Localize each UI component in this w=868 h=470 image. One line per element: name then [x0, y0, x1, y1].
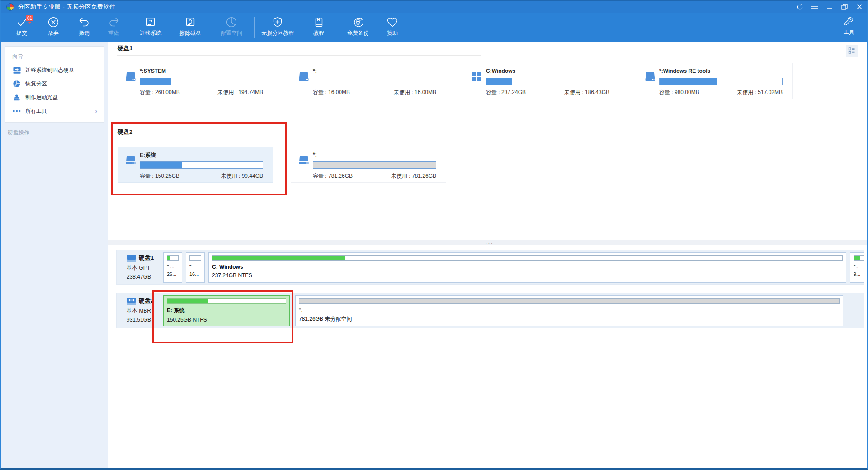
usage-bar: [486, 78, 609, 85]
app-logo-icon: [6, 3, 14, 11]
title-bar: 分区助手专业版 - 无损分区免费软件: [1, 1, 867, 13]
usage-bar: [313, 78, 436, 85]
map-block-unallocated[interactable]: *: 781.26GB 未分配空间: [295, 295, 843, 326]
list-view-icon: [848, 47, 855, 54]
app-window: 分区助手专业版 - 无损分区免费软件 提交 01: [0, 0, 868, 470]
sidebar-item-bootable-media[interactable]: 制作启动光盘: [5, 90, 104, 104]
partition-card-e-system[interactable]: E:系统 容量 : 150.25GB未使用 : 99.44GB: [118, 147, 273, 183]
wipe-disk-icon: [184, 15, 197, 29]
refresh-icon[interactable]: [795, 2, 805, 11]
unused-text: 未使用 : 781.26GB: [391, 172, 436, 180]
window-title: 分区助手专业版 - 无损分区免费软件: [18, 3, 116, 11]
partition-card-unallocated[interactable]: *: 容量 : 781.26GB未使用 : 781.26GB: [291, 147, 446, 183]
section-divider: [117, 55, 481, 56]
map-block-system[interactable]: *:... 26...: [163, 252, 182, 283]
windows-icon: [471, 71, 483, 82]
book-icon: [312, 15, 326, 29]
wrench-icon: [843, 15, 855, 28]
heart-icon: [386, 15, 399, 29]
disk2-cards-row: E:系统 容量 : 150.25GB未使用 : 99.44GB *: 容量 : …: [118, 147, 446, 183]
disk-size: 238.47GB: [127, 274, 154, 280]
disk-kind: 基本 MBR: [127, 307, 154, 315]
shield-plus-icon: [271, 15, 284, 29]
map-block-e-system[interactable]: E: 系统 150.25GB NTFS: [163, 295, 290, 326]
maximize-icon[interactable]: [840, 2, 849, 11]
disk2-section-title: 硬盘2: [118, 128, 132, 136]
bootable-media-icon: [12, 93, 21, 102]
disk1-section-title: 硬盘1: [118, 44, 132, 52]
unused-text: 未使用 : 186.43GB: [564, 89, 609, 96]
allocate-space-icon: [225, 15, 238, 29]
usage-bar: [140, 161, 263, 169]
drive-icon: [298, 71, 310, 82]
redo-button[interactable]: 重做: [94, 14, 134, 41]
disk-map-row-disk2: 硬盘2 基本 MBR 931.51GB E: 系统 150.25GB NTFS …: [116, 293, 864, 328]
partition-card-system[interactable]: *:SYSTEM 容量 : 260.00MB未使用 : 194.74MB: [118, 63, 273, 99]
wizard-panel: 向导 迁移系统到固态硬盘 恢复分区 制作启动光盘: [5, 46, 104, 123]
disk-kind: 基本 GPT: [127, 264, 154, 272]
usage-bar: [140, 78, 263, 85]
sidebar-item-recover-partition[interactable]: 恢复分区: [5, 77, 104, 90]
discard-icon: [47, 15, 60, 29]
unused-text: 未使用 : 16.00MB: [394, 89, 436, 96]
pending-ops-badge: 01: [26, 15, 33, 21]
close-icon[interactable]: [854, 2, 864, 11]
drive-icon: [298, 155, 310, 166]
unused-text: 未使用 : 99.44GB: [221, 172, 263, 180]
all-tools-icon: [12, 106, 21, 115]
disk1-map-label: 硬盘1 基本 GPT 238.47GB: [127, 254, 154, 280]
backup-icon: [351, 15, 365, 29]
drive-icon: [125, 155, 137, 166]
unused-text: 未使用 : 194.74MB: [217, 89, 263, 96]
disk-operations-header: 硬盘操作: [1, 123, 108, 137]
drive-icon: [125, 71, 137, 82]
partition-card-re-tools[interactable]: *:Windows RE tools 容量 : 980.00MB未使用 : 51…: [637, 63, 793, 99]
migrate-os-button[interactable]: 迁移系统: [130, 14, 171, 41]
toolbar-separator: [254, 17, 255, 38]
splitter-dots: ···: [485, 240, 494, 247]
migrate-os-icon: [144, 15, 157, 29]
usage-bar: [313, 161, 436, 169]
lossless-tutorial-button[interactable]: 无损分区教程: [255, 14, 300, 41]
capacity-text: 容量 : 781.26GB: [313, 172, 353, 180]
toolbar: 提交 01 放弃 撤销 重做 迁移系统 擦除磁盘 配置空间: [1, 13, 867, 42]
recover-partition-icon: [12, 79, 21, 88]
capacity-text: 容量 : 150.25GB: [140, 172, 179, 180]
partition-card-c-windows[interactable]: C:Windows 容量 : 237.24GB未使用 : 186.43GB: [464, 63, 619, 99]
capacity-text: 容量 : 260.00MB: [140, 89, 180, 96]
sponsor-button[interactable]: 赞助: [372, 14, 413, 41]
menu-icon[interactable]: [810, 2, 820, 11]
minimize-icon[interactable]: [825, 2, 835, 11]
wizard-header: 向导: [5, 49, 104, 63]
tutorial-button[interactable]: 教程: [298, 14, 339, 41]
unused-text: 未使用 : 517.02MB: [737, 89, 783, 96]
map-block-c-windows[interactable]: C: Windows 237.24GB NTFS: [208, 252, 846, 283]
disk1-cards-row: *:SYSTEM 容量 : 260.00MB未使用 : 194.74MB *: …: [118, 63, 793, 99]
migrate-ssd-icon: [12, 66, 21, 75]
disk-icon: [127, 254, 137, 262]
disk-selected-icon: [127, 297, 137, 305]
capacity-text: 容量 : 237.24GB: [486, 89, 526, 96]
wipe-disk-button[interactable]: 擦除磁盘: [170, 14, 211, 41]
chevron-right-icon: ›: [95, 108, 97, 114]
sidebar-item-label: 制作启动光盘: [25, 94, 58, 101]
drive-icon: [644, 71, 656, 82]
map-block-reserved[interactable]: *: 16...: [186, 252, 205, 283]
tools-button[interactable]: 工具: [835, 14, 863, 41]
splitter-handle[interactable]: ···: [108, 240, 867, 245]
sidebar-item-migrate-ssd[interactable]: 迁移系统到固态硬盘: [5, 63, 104, 77]
sidebar-item-label: 所有工具: [25, 107, 47, 115]
view-toggle-button[interactable]: [846, 45, 858, 57]
usage-bar: [659, 78, 783, 85]
sidebar-item-all-tools[interactable]: 所有工具 ›: [5, 104, 104, 118]
map-block-re-tools[interactable]: *... 9...: [850, 252, 864, 283]
capacity-text: 容量 : 980.00MB: [659, 89, 699, 96]
disk2-map-label: 硬盘2 基本 MBR 931.51GB: [127, 297, 154, 323]
sidebar-item-label: 迁移系统到固态硬盘: [25, 66, 74, 74]
redo-icon: [107, 15, 121, 29]
capacity-text: 容量 : 16.00MB: [313, 89, 350, 96]
undo-icon: [77, 15, 91, 29]
sidebar-item-label: 恢复分区: [25, 80, 47, 88]
partition-card-reserved[interactable]: *: 容量 : 16.00MB未使用 : 16.00MB: [291, 63, 446, 99]
allocate-space-button[interactable]: 配置空间: [211, 14, 252, 41]
